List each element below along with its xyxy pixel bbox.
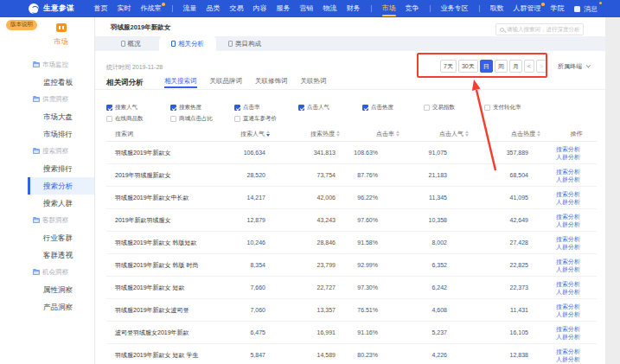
- filter-支付转化率[interactable]: 支付转化率: [484, 104, 521, 112]
- sidebar-item-属性洞察[interactable]: 属性洞察: [28, 281, 94, 298]
- nav-menu: 首页实时作战室流量品类交易内容服务营销物流财务市场竞争业务专区取数人群管理学院: [89, 0, 569, 17]
- subtab-相关搜索词[interactable]: 相关搜索词: [164, 74, 197, 90]
- nav-messages[interactable]: 消息: [574, 0, 598, 17]
- filter-搜索人气[interactable]: 搜索人气: [106, 104, 137, 112]
- sidebar-item-市场大盘[interactable]: 市场大盘: [28, 108, 94, 125]
- nav-item-内容[interactable]: 内容: [253, 0, 267, 17]
- filter-直通车参考价[interactable]: 直通车参考价: [234, 115, 277, 123]
- value-cell: 28,520: [201, 172, 270, 178]
- link-搜索分析[interactable]: 搜索分析: [556, 213, 597, 220]
- sycm-logo-icon: [29, 3, 39, 14]
- nav-item-竞争[interactable]: 竞争: [406, 0, 419, 17]
- value-cell: 8,354: [201, 262, 270, 268]
- tab-类目构成[interactable]: 类目构成: [216, 36, 273, 51]
- column-header-点击率[interactable]: 点击率: [340, 130, 399, 138]
- nav-item-交易[interactable]: 交易: [230, 0, 244, 17]
- value-cell: 12,838: [469, 352, 540, 358]
- sidebar-item-客群透视[interactable]: 客群透视: [28, 246, 94, 264]
- subtab-关联品牌词[interactable]: 关联品牌词: [210, 74, 243, 90]
- ops-cell: 搜索分析人群分析: [556, 348, 597, 363]
- link-人群分析[interactable]: 人群分析: [556, 243, 597, 251]
- link-搜索分析[interactable]: 搜索分析: [556, 348, 597, 355]
- nav-item-业务专区[interactable]: 业务专区: [441, 0, 469, 17]
- filter-搜索热度[interactable]: 搜索热度: [170, 104, 201, 112]
- nav-item-品类[interactable]: 品类: [207, 0, 221, 17]
- value-cell: 7,660: [201, 284, 270, 291]
- nav-item-市场[interactable]: 市场: [382, 0, 396, 17]
- column-header-搜索人气[interactable]: 搜索人气: [201, 130, 270, 138]
- link-人群分析[interactable]: 人群分析: [556, 153, 597, 161]
- sidebar-item-搜索分析[interactable]: 搜索分析: [28, 177, 94, 195]
- column-header-点击热度[interactable]: 点击热度: [469, 130, 540, 138]
- value-cell: 4,226: [399, 352, 469, 358]
- link-搜索分析[interactable]: 搜索分析: [556, 325, 597, 333]
- link-人群分析[interactable]: 人群分析: [556, 220, 597, 228]
- sidebar-item-市场排行[interactable]: 市场排行: [28, 125, 94, 143]
- link-人群分析[interactable]: 人群分析: [556, 333, 597, 341]
- sort-icon[interactable]: [537, 131, 540, 137]
- filter-商城点击占比[interactable]: 商城点击占比: [170, 115, 213, 123]
- keyword-cell: 羽绒服2019年新款女 短款 学生: [106, 351, 201, 360]
- nav-item-服务[interactable]: 服务: [277, 0, 291, 17]
- keyword-cell: 羽绒服2019年新款女 韩版 时尚: [106, 261, 201, 270]
- value-cell: 28,846: [270, 239, 340, 246]
- keyword-cell: 羽绒服2019年新款女 韩版短款: [106, 239, 201, 247]
- nav-item-实时[interactable]: 实时: [118, 0, 131, 17]
- sidebar-group-供需洞察: 供需洞察: [28, 91, 94, 108]
- search-icon: [500, 28, 504, 32]
- filter-点击率[interactable]: 点击率: [234, 104, 260, 112]
- link-人群分析[interactable]: 人群分析: [556, 288, 597, 296]
- nav-item-作战室[interactable]: 作战室: [141, 0, 162, 17]
- nav-item-营销[interactable]: 营销: [300, 0, 314, 17]
- nav-item-人群管理[interactable]: 人群管理: [514, 0, 541, 17]
- tab-概况[interactable]: 概况: [102, 36, 159, 51]
- sidebar-item-监控看板[interactable]: 监控看板: [28, 73, 94, 91]
- column-header-搜索热度[interactable]: 搜索热度: [270, 130, 340, 138]
- nav-separator: [172, 5, 173, 12]
- terminal-filter[interactable]: 所属终端: [558, 62, 589, 71]
- value-cell: 108.63%: [340, 150, 399, 156]
- column-header-点击人气[interactable]: 点击人气: [399, 130, 469, 138]
- tab-相关分析[interactable]: 相关分析: [159, 36, 216, 51]
- nav-item-财务[interactable]: 财务: [347, 0, 361, 17]
- brand[interactable]: 生意参谋: [29, 3, 74, 14]
- link-搜索分析[interactable]: 搜索分析: [556, 168, 597, 176]
- page-tabs: 概况相关分析类目构成: [95, 36, 605, 51]
- stat-time: 统计时间 2019-11-28: [106, 63, 163, 72]
- keyword-cell: 羽绒服2019年新款女: [106, 149, 201, 157]
- subtab-关联热词[interactable]: 关联热词: [301, 74, 327, 90]
- nav-item-取数[interactable]: 取数: [490, 0, 504, 17]
- link-搜索分析[interactable]: 搜索分析: [556, 280, 597, 288]
- value-cell: 14,217: [201, 195, 270, 201]
- value-cell: 16,105: [469, 329, 540, 335]
- folder-icon: [33, 270, 40, 275]
- filter-点击人气[interactable]: 点击人气: [298, 104, 329, 112]
- link-搜索分析[interactable]: 搜索分析: [556, 190, 597, 198]
- filter-点击热度[interactable]: 点击热度: [362, 104, 393, 112]
- filter-在线商品数[interactable]: 在线商品数: [106, 115, 144, 123]
- value-cell: 96.22%: [340, 195, 399, 201]
- filter-交易指数[interactable]: 交易指数: [424, 104, 455, 112]
- chevron-down-icon: [586, 63, 591, 68]
- link-人群分析[interactable]: 人群分析: [556, 198, 597, 206]
- sidebar-item-搜索人群[interactable]: 搜索人群: [28, 195, 94, 212]
- version-badge[interactable]: 版本说明: [6, 20, 37, 30]
- link-人群分析[interactable]: 人群分析: [556, 310, 597, 318]
- subtab-关联修饰词[interactable]: 关联修饰词: [255, 74, 288, 90]
- link-搜索分析[interactable]: 搜索分析: [556, 235, 597, 243]
- table-row: 羽绒服2019年新款女106,634341,813108.63%91,07535…: [106, 142, 597, 164]
- search-input[interactable]: 请输入搜索词，进行深度分析: [495, 23, 584, 35]
- nav-item-学院[interactable]: 学院: [551, 0, 565, 17]
- link-搜索分析[interactable]: 搜索分析: [556, 145, 597, 153]
- link-搜索分析[interactable]: 搜索分析: [556, 303, 597, 310]
- nav-item-物流[interactable]: 物流: [323, 0, 337, 17]
- nav-item-首页[interactable]: 首页: [94, 0, 108, 17]
- sidebar-item-产品洞察[interactable]: 产品洞察: [28, 298, 94, 316]
- link-人群分析[interactable]: 人群分析: [556, 265, 597, 273]
- nav-item-流量[interactable]: 流量: [183, 0, 197, 17]
- link-搜索分析[interactable]: 搜索分析: [556, 258, 597, 265]
- link-人群分析[interactable]: 人群分析: [556, 176, 597, 183]
- link-人群分析[interactable]: 人群分析: [556, 355, 597, 363]
- sidebar-item-搜索排行[interactable]: 搜索排行: [28, 160, 94, 177]
- sidebar-item-行业客群[interactable]: 行业客群: [28, 229, 94, 246]
